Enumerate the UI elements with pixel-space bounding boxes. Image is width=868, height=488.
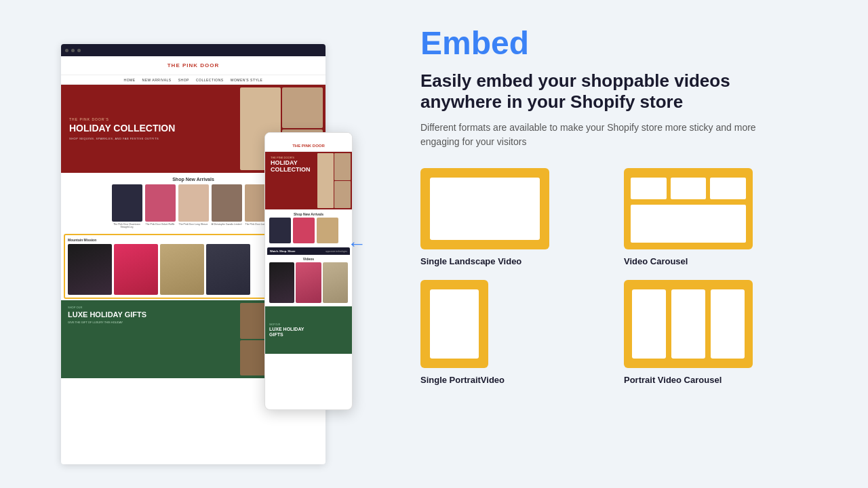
formats-grid: Single Landscape Video Video Carousel Si… (420, 168, 800, 385)
portrait-single-icon (420, 280, 488, 368)
format-card-portrait: Single PortraitVideo (420, 280, 597, 385)
mobile-hero-title: HOLIDAY COLLECTION (271, 160, 311, 174)
video-thumb-1 (68, 244, 112, 295)
carousel-cell-1 (631, 178, 667, 199)
product-item: A Christophe Cazalis Limited (212, 184, 242, 228)
embed-headline: Easily embed your shoppable videos anywh… (420, 70, 800, 113)
mobile-hero-img-1 (317, 153, 334, 208)
carousel-cell-3 (710, 178, 746, 199)
bottom-cta: GIVE THE GIFT OF LUXURY THIS HOLIDAY (68, 321, 231, 324)
arrow-indicator: ← (347, 233, 366, 255)
mobile-status-bar (265, 133, 352, 140)
product-item: The Pink Door Long Sleeve (178, 184, 209, 228)
mobile-nav-bar: THE PINK DOOR (265, 140, 352, 152)
browser-dot-3 (77, 49, 81, 52)
product-item: The Pink Door Velvet Ruffle (145, 184, 176, 228)
mobile-logo: THE PINK DOOR (292, 144, 325, 148)
mobile-hero-banner: The Pink Door's HOLIDAY COLLECTION (265, 152, 352, 209)
right-panel: Embed Easily embed your shoppable videos… (387, 0, 868, 488)
mobile-product-img-2 (293, 218, 315, 243)
watch-shop-subtitle: approciate technologies (326, 250, 347, 253)
product-image (212, 184, 242, 222)
embed-description: Different formats are available to make … (420, 121, 787, 149)
product-item: The Pink Door Downtown Straight Leg (112, 184, 142, 228)
mobile-bottom-text: Shop Our LUXE HOLIDAY GIFTS (265, 320, 315, 340)
hero-title: HOLIDAY COLLECTION (69, 123, 229, 134)
video-thumb-3 (160, 244, 204, 295)
hero-text-area: The Pink Door's HOLIDAY COLLECTION SHOP … (61, 85, 237, 173)
nav-item: HOME (124, 78, 136, 82)
store-logo: THE PINK DOOR (167, 62, 220, 68)
carousel-cell-2 (671, 178, 707, 199)
bottom-subtitle: Shop Our (68, 306, 231, 309)
portrait-carousel-icon (624, 280, 753, 368)
mobile-product-1 (269, 218, 291, 243)
carousel-bottom-cell (631, 205, 746, 243)
bottom-text: Shop Our LUXE HOLIDAY GIFTS GIVE THE GIF… (61, 300, 237, 378)
mobile-hero-img-3 (334, 181, 351, 208)
product-name: The Pink Door Long Sleeve (179, 223, 208, 226)
hero-subtitle: The Pink Door's (69, 117, 229, 121)
format-label-carousel: Video Carousel (624, 256, 688, 266)
browser-bar (61, 44, 326, 56)
portrait-carousel-cell-1 (632, 289, 666, 359)
product-name: A Christophe Cazalis Limited (212, 223, 242, 226)
bottom-title: LUXE HOLIDAY GIFTS (68, 310, 231, 319)
format-card-carousel: Video Carousel (624, 168, 800, 266)
mobile-product-img-1 (269, 218, 291, 243)
mobile-videos-section: Watch. Shop. Share approciate technologi… (267, 247, 350, 305)
format-label-landscape: Single Landscape Video (420, 256, 521, 266)
browser-dot-1 (65, 49, 68, 52)
mobile-browser-mockup: THE PINK DOOR The Pink Door's HOLIDAY CO… (264, 132, 353, 410)
format-label-portrait: Single PortraitVideo (420, 375, 505, 385)
portrait-carousel-cell-2 (671, 289, 705, 359)
format-card-portrait-carousel: Portrait Video Carousel (624, 280, 800, 385)
landscape-single-icon (420, 168, 549, 249)
browser-dot-2 (71, 49, 75, 52)
mobile-hero-images (316, 152, 353, 209)
mobile-bottom-banner: Shop Our LUXE HOLIDAY GIFTS (265, 306, 352, 354)
format-card-landscape: Single Landscape Video (420, 168, 597, 266)
mobile-video-thumbs (267, 262, 350, 305)
mobile-video-thumb-3 (323, 262, 348, 303)
mobile-video-thumb-2 (296, 262, 321, 303)
watch-shop-bar: Watch. Shop. Share approciate technologi… (267, 247, 350, 255)
portrait-carousel-cell-3 (711, 289, 745, 359)
mobile-product-3 (317, 218, 338, 243)
videos-label: Videos (267, 255, 350, 262)
mobile-bottom-images (315, 329, 352, 332)
hero-desc: SHOP SEQUINS, SPARKLES, AND FAB FESTIVE … (69, 137, 229, 140)
watch-shop-text: Watch. Shop. Share (270, 249, 295, 253)
mobile-section-title: Shop New Arrivals (265, 209, 352, 218)
embed-title: Embed (420, 27, 834, 60)
product-image (112, 184, 142, 222)
store-header: THE PINK DOOR (61, 56, 326, 75)
mockup-container: THE PINK DOOR HOME NEW ARRIVALS SHOP COL… (54, 24, 332, 464)
product-name: The Pink Door Velvet Ruffle (146, 223, 175, 226)
mobile-hero-text: The Pink Door's HOLIDAY COLLECTION (265, 152, 316, 209)
product-name: The Pink Door Downtown Straight Leg (112, 223, 142, 228)
video-thumb-2 (114, 244, 158, 295)
nav-item: COLLECTIONS (196, 78, 224, 82)
hero-image-2 (282, 87, 323, 128)
format-label-portrait-carousel: Portrait Video Carousel (624, 375, 722, 385)
mobile-bottom-title: LUXE HOLIDAY GIFTS (269, 327, 311, 337)
mobile-product-2 (293, 218, 315, 243)
mobile-product-img-3 (317, 218, 338, 243)
nav-item: WOMEN'S STYLE (231, 78, 263, 82)
store-nav: HOME NEW ARRIVALS SHOP COLLECTIONS WOMEN… (61, 75, 326, 85)
video-carousel-icon (624, 168, 753, 249)
product-image (178, 184, 209, 222)
mobile-bottom-subtitle: Shop Our (269, 323, 311, 326)
nav-item: SHOP (178, 78, 189, 82)
nav-item: NEW ARRIVALS (142, 78, 172, 82)
mobile-video-thumb-1 (269, 262, 294, 303)
left-panel: THE PINK DOOR HOME NEW ARRIVALS SHOP COL… (0, 0, 387, 488)
portrait-icon-inner (430, 289, 479, 359)
carousel-top-row (631, 178, 746, 199)
landscape-icon-inner (430, 178, 540, 240)
product-image (145, 184, 176, 222)
mobile-products-row (265, 218, 352, 246)
mobile-hero-img-2 (334, 153, 351, 180)
video-thumb-4 (206, 244, 250, 295)
